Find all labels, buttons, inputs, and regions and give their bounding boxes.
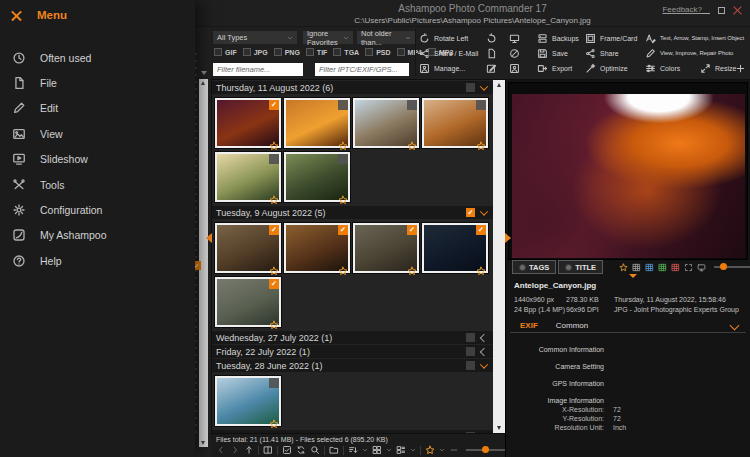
filename-filter-input[interactable] <box>213 63 303 76</box>
share-button[interactable]: Share <box>585 47 619 59</box>
sidebar-item-edit[interactable]: Edit <box>0 96 195 121</box>
rotate-left-button[interactable]: Rotate Left <box>419 32 468 44</box>
favorite-star-icon[interactable] <box>407 262 417 272</box>
sidebar-item-help[interactable]: Help <box>0 248 195 273</box>
age-dropdown[interactable]: Not older than... <box>357 31 415 44</box>
photo-thumbnail[interactable]: ✓ <box>284 223 350 273</box>
photo-thumbnail[interactable]: ✓ <box>422 223 488 273</box>
edit-button[interactable] <box>486 62 497 74</box>
collapse-tree-panel-arrow-icon[interactable] <box>206 233 212 243</box>
feedback-link[interactable]: Feedback? <box>662 5 702 14</box>
chevron-down-icon[interactable] <box>439 447 445 453</box>
text-stamp-button[interactable]: Text, Arrow, Stamp, Insert Object <box>645 32 744 44</box>
backups-button[interactable]: Backups <box>537 32 579 44</box>
fullscreen-view-button[interactable] <box>509 32 520 44</box>
thumbnail-checkbox[interactable] <box>269 154 279 164</box>
dual-pane-icon[interactable] <box>263 445 273 455</box>
parent-folder-icon[interactable] <box>244 445 254 455</box>
sidebar-item-often-used[interactable]: Often used <box>0 45 195 70</box>
collapse-preview-panel-arrow-icon[interactable] <box>505 233 511 243</box>
monitor-icon[interactable] <box>697 263 706 272</box>
date-group-header[interactable]: Thursday, 11 August 2022 (6) <box>212 81 493 94</box>
chevron-down-icon[interactable] <box>386 447 392 453</box>
slider-thumb[interactable] <box>482 446 489 453</box>
minimize-icon[interactable] <box>702 13 710 14</box>
photo-thumbnail[interactable] <box>422 98 488 148</box>
favorite-star-icon[interactable] <box>338 137 348 147</box>
group-checkbox[interactable] <box>466 83 475 92</box>
group-collapse-chevron[interactable] <box>480 207 488 215</box>
photo-thumbnail[interactable] <box>284 152 350 202</box>
sidebar-item-my-ashampoo[interactable]: My Ashampoo <box>0 223 195 248</box>
date-group-header[interactable]: Tuesday, 28 June 2022 (1) <box>212 359 493 372</box>
portrait-button[interactable] <box>509 62 520 74</box>
date-group-header[interactable]: Friday, 22 July 2022 (1) <box>212 345 493 358</box>
exclude-button[interactable] <box>509 47 520 59</box>
sidebar-item-file[interactable]: File <box>0 70 195 95</box>
group-checkbox[interactable] <box>466 361 475 370</box>
date-group-header[interactable]: Wednesday, 27 July 2022 (1) <box>212 331 493 344</box>
chevron-down-icon[interactable] <box>362 447 368 453</box>
scroll-up-icon[interactable] <box>201 81 205 85</box>
favorite-star-icon[interactable] <box>269 191 279 201</box>
thumbnail-checkbox[interactable] <box>407 100 417 110</box>
favorite-star-icon[interactable] <box>269 262 279 272</box>
histogram-green-icon[interactable] <box>658 263 667 272</box>
thumbnail-checkbox[interactable]: ✓ <box>407 225 417 235</box>
format-checkbox-png[interactable]: PNG <box>274 48 300 56</box>
photo-thumbnail[interactable] <box>353 98 419 148</box>
thumbnail-checkbox[interactable] <box>269 378 279 388</box>
chevron-down-icon[interactable] <box>410 447 416 453</box>
favorite-star-icon[interactable] <box>476 137 486 147</box>
thumbnail-checkbox[interactable]: ✓ <box>269 225 279 235</box>
scroll-down-icon[interactable] <box>497 426 501 430</box>
histogram-blue-icon[interactable] <box>645 263 654 272</box>
favorite-star-icon[interactable] <box>407 137 417 147</box>
thumbnail-checkbox[interactable] <box>476 100 486 110</box>
photo-preview[interactable] <box>508 82 748 260</box>
group-collapse-chevron[interactable] <box>480 360 488 368</box>
auto-rotate-icon[interactable] <box>296 445 306 455</box>
photo-thumbnail[interactable] <box>284 98 350 148</box>
group-collapse-chevron[interactable] <box>480 333 488 341</box>
format-checkbox-psd[interactable]: PSD <box>365 48 390 56</box>
thumbnail-view-icon[interactable] <box>396 445 406 455</box>
favorites-filter-star-icon[interactable] <box>425 445 435 455</box>
tags-button[interactable]: TAGS <box>512 260 556 274</box>
thumbnail-checkbox[interactable]: ✓ <box>338 225 348 235</box>
sidebar-item-slideshow[interactable]: Slideshow <box>0 147 195 172</box>
manage-button[interactable]: Manage... <box>419 62 465 74</box>
view-improve-button[interactable]: View, Improve, Repair Photo <box>645 47 733 59</box>
thumbnail-checkbox[interactable]: ✓ <box>476 225 486 235</box>
histogram-red-icon[interactable] <box>671 263 680 272</box>
select-mode-icon[interactable] <box>282 445 292 455</box>
zoom-out-icon[interactable] <box>449 445 459 455</box>
thumbnail-checkbox[interactable] <box>338 154 348 164</box>
favorites-dropdown[interactable]: Ignore Favorites <box>303 31 353 44</box>
favorite-star-icon[interactable] <box>338 262 348 272</box>
maximize-icon[interactable] <box>718 7 725 14</box>
share-email-button[interactable]: Share / E-Mail <box>419 47 478 59</box>
photo-thumbnail[interactable]: ✓ <box>215 98 281 148</box>
metadata-filter-input[interactable] <box>315 63 409 76</box>
thumbnail-checkbox[interactable]: ✓ <box>269 279 279 289</box>
folder-icon[interactable] <box>329 445 339 455</box>
group-checkbox[interactable] <box>466 333 475 342</box>
favorite-star-icon[interactable] <box>269 137 279 147</box>
favorite-star-icon[interactable] <box>269 415 279 425</box>
histogram-luminance-icon[interactable] <box>632 263 641 272</box>
group-checkbox[interactable]: ✓ <box>466 208 475 217</box>
date-group-header[interactable]: Tuesday, 9 August 2022 (5)✓ <box>212 206 493 219</box>
favorite-star-icon[interactable] <box>476 262 486 272</box>
tab-exif[interactable]: EXIF <box>520 321 538 330</box>
favorite-star-icon[interactable] <box>338 191 348 201</box>
tree-collapse-chevron-icon[interactable] <box>201 71 207 75</box>
navigate-forward-icon[interactable] <box>230 445 240 455</box>
photo-thumbnail[interactable]: ✓ <box>353 223 419 273</box>
colors-button[interactable]: Colors <box>645 62 680 74</box>
chevron-down-icon[interactable] <box>730 320 740 330</box>
group-collapse-chevron[interactable] <box>480 82 488 90</box>
sidebar-item-tools[interactable]: Tools <box>0 172 195 197</box>
fullscreen-icon[interactable] <box>684 263 693 272</box>
close-icon[interactable] <box>733 6 742 15</box>
